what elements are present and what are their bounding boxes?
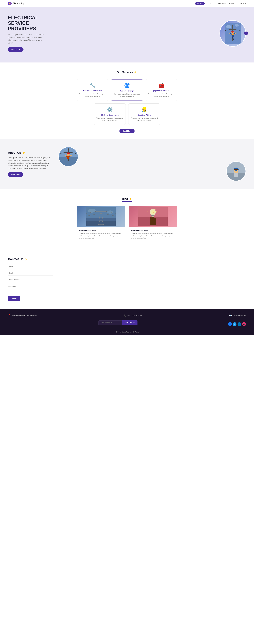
- svg-rect-39: [234, 170, 238, 170]
- footer-email: ✉️ demo@gmail.com: [229, 314, 246, 317]
- about-worker-image: [59, 147, 78, 166]
- svg-line-14: [232, 37, 232, 40]
- svg-line-15: [233, 37, 233, 40]
- hero-arrow-button[interactable]: ›: [244, 32, 248, 35]
- footer-address: 📍 Passages of lorem Ipsum available: [8, 314, 37, 317]
- blog-title-1: Blog Title Goes Here: [79, 230, 123, 232]
- svg-point-75: [151, 210, 155, 214]
- footer-info: 📍 Passages of lorem Ipsum available 📞 Ca…: [8, 314, 246, 317]
- blog-desc-1: There are many variations of passages of…: [79, 232, 123, 239]
- blog-image-2: [129, 206, 177, 227]
- hero-worker-illustration: ⚡: [225, 23, 241, 44]
- svg-rect-68: [153, 217, 154, 221]
- blog-title-2: Blog Title Goes Here: [131, 230, 175, 232]
- twitter-icon[interactable]: t: [233, 322, 237, 326]
- service-card-windmill: 🌀 Windmill Energy There are many variati…: [111, 79, 143, 101]
- blog-body-2: Blog Title Goes Here There are many vari…: [129, 227, 177, 241]
- navbar: ⚡ Electrochip HOME ABOUT SERVICE BLOG CO…: [0, 0, 254, 7]
- svg-rect-26: [67, 156, 69, 159]
- about-worker2-image: [227, 161, 246, 181]
- svg-point-12: [229, 32, 230, 34]
- nav-contact[interactable]: CONTACT: [238, 2, 246, 4]
- subscribe-button[interactable]: SUBSCRIBE: [122, 320, 137, 325]
- blog-desc-2: There are many variations of passages of…: [131, 232, 175, 239]
- footer-lower: SUBSCRIBE f t in 📷: [8, 320, 246, 328]
- services-read-more-button[interactable]: Read More: [120, 129, 134, 133]
- phone-input[interactable]: [8, 277, 53, 282]
- service-offshore-title: Offshore Engineering: [96, 114, 124, 116]
- about-circle-bottom: [226, 161, 246, 181]
- blog-body-1: Blog Title Goes Here There are many vari…: [77, 227, 125, 241]
- nav-blog[interactable]: BLOG: [229, 2, 234, 4]
- about-circle-top: [58, 147, 78, 166]
- subscribe-input[interactable]: [99, 320, 122, 325]
- service-windmill-desc: There are many variations of passages of…: [114, 93, 140, 97]
- offshore-icon: ⚙️: [96, 107, 124, 112]
- services-section: Our Services ⚡ 🔧 Equipment installation …: [0, 62, 254, 139]
- footer-copyright: © 2019 All Rights Reserved By ITsuuzi: [8, 329, 246, 333]
- blog-tower-image: [86, 208, 116, 226]
- wiring-icon: 👷: [130, 107, 158, 112]
- about-section: About Us ⚡ Lorem ipsum dolor sit amet, c…: [0, 139, 254, 189]
- hero-contact-button[interactable]: Contact Us: [8, 47, 23, 52]
- contact-section: Contact Us ⚡ SEND: [0, 250, 254, 309]
- hero-title: ELECTRICAL SERVICE PROVIDERS: [8, 15, 45, 32]
- logo[interactable]: ⚡ Electrochip: [8, 2, 24, 5]
- blog-grid: Blog Title Goes Here There are many vari…: [77, 206, 177, 242]
- services-read-more-wrap: Read More: [8, 129, 246, 133]
- service-card-offshore: ⚙️ Offshore Engineering There are many v…: [94, 104, 126, 125]
- svg-point-61: [107, 210, 114, 214]
- service-maintenance-desc: There are many variations of passages of…: [148, 93, 175, 97]
- footer: 📍 Passages of lorem Ipsum available 📞 Ca…: [0, 309, 254, 336]
- location-icon: 📍: [8, 314, 11, 317]
- email-input[interactable]: [8, 271, 53, 276]
- maintenance-icon: 🧰: [148, 82, 175, 88]
- blog-underline: [122, 202, 132, 202]
- hero-image: ⚡ ›: [220, 20, 246, 47]
- nav-home[interactable]: HOME: [195, 2, 205, 5]
- footer-social: f t in 📷: [228, 322, 246, 326]
- send-button[interactable]: SEND: [8, 296, 20, 301]
- svg-text:⚡: ⚡: [235, 32, 237, 34]
- services-grid-top: 🔧 Equipment installation There are many …: [77, 79, 177, 101]
- svg-point-37: [235, 171, 236, 172]
- svg-point-60: [88, 209, 96, 212]
- nav-about[interactable]: ABOUT: [208, 2, 214, 4]
- service-card-equipment-installation: 🔧 Equipment installation There are many …: [77, 79, 109, 101]
- facebook-icon[interactable]: f: [228, 322, 232, 326]
- svg-rect-66: [150, 217, 151, 221]
- message-input[interactable]: [8, 284, 53, 293]
- instagram-icon[interactable]: 📷: [242, 322, 246, 326]
- about-description: Lorem ipsum dolor sit amet, consectetur …: [8, 156, 50, 170]
- logo-text: Electrochip: [13, 2, 24, 5]
- hero-text: ELECTRICAL SERVICE PROVIDERS It is a lon…: [8, 15, 45, 52]
- linkedin-icon[interactable]: in: [238, 322, 241, 326]
- service-equipment-installation-title: Equipment installation: [79, 90, 106, 92]
- svg-rect-16: [232, 34, 234, 34]
- svg-point-2: [235, 24, 239, 26]
- service-card-wiring: 👷 Electrical Wiring There are many varia…: [128, 104, 160, 125]
- service-windmill-title: Windmill Energy: [114, 90, 140, 92]
- contact-title: Contact Us ⚡: [8, 258, 246, 261]
- services-grid-bottom: ⚙️ Offshore Engineering There are many v…: [94, 104, 160, 125]
- blog-card-2: Blog Title Goes Here There are many vari…: [128, 206, 177, 242]
- name-input[interactable]: [8, 264, 53, 269]
- logo-icon: ⚡: [8, 2, 12, 5]
- svg-point-1: [226, 25, 232, 28]
- email-icon: ✉️: [229, 314, 232, 317]
- services-underline: [122, 75, 132, 75]
- service-wiring-title: Electrical Wiring: [130, 114, 158, 116]
- equipment-installation-icon: 🔧: [79, 82, 106, 88]
- service-offshore-desc: There are many variations of passages of…: [96, 117, 124, 122]
- svg-rect-7: [232, 33, 234, 37]
- services-title: Our Services ⚡: [8, 70, 246, 74]
- nav-service[interactable]: SERVICE: [218, 2, 226, 4]
- svg-point-9: [231, 31, 234, 32]
- svg-point-38: [237, 171, 237, 172]
- svg-point-25: [67, 152, 70, 154]
- blog-image-1: [77, 206, 125, 227]
- blog-bulb-image: [138, 208, 168, 226]
- about-read-more-button[interactable]: Read More: [8, 172, 23, 177]
- windmill-icon: 🌀: [114, 83, 140, 88]
- service-wiring-desc: There are many variations of passages of…: [130, 117, 158, 122]
